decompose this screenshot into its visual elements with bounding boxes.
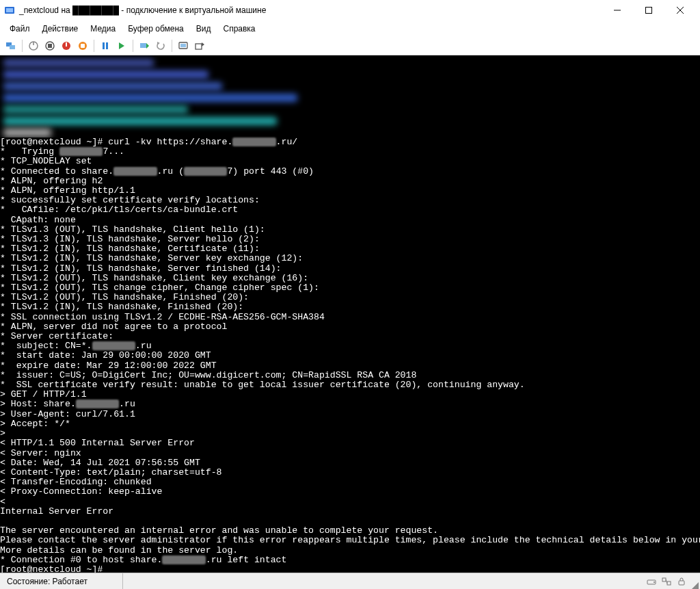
terminal-line: * TCP_NODELAY set [0,157,700,166]
terminal-line: < [0,497,700,507]
menu-media[interactable]: Медиа [85,23,121,35]
svg-rect-15 [81,44,85,48]
terminal-line: * Connected to share.████████.ru (██████… [0,167,700,176]
resize-grip[interactable] [692,582,699,589]
terminal-line: * ALPN, offering http/1.1 [0,186,700,196]
terminal-line: * SSL certificate verify result: unable … [0,380,700,390]
window-titlebar: _nextcloud на ████████ - подключение к в… [0,0,700,21]
terminal-line: * expire date: Mar 29 12:00:00 2022 GMT [0,361,700,371]
maximize-button[interactable] [633,0,664,21]
svg-rect-16 [103,42,105,49]
svg-rect-1 [6,8,13,12]
terminal-line: * TLSv1.2 (IN), TLS handshake, Certifica… [0,244,700,254]
terminal-line: * TLSv1.2 (OUT), TLS handshake, Finished… [0,293,700,302]
terminal-line: * TLSv1.2 (IN), TLS handshake, Finished … [0,302,700,312]
svg-rect-19 [140,43,146,48]
terminal-line: CApath: none [0,215,700,225]
terminal-line: < Date: Wed, 14 Jul 2021 07:56:55 GMT [0,458,700,468]
terminal-line: > Accept: */* [0,419,700,429]
terminal-line: * CAfile: /etc/pki/tls/certs/ca-bundle.c… [0,205,700,215]
terminal-line: < Proxy-Connection: keep-alive [0,487,700,497]
terminal-line: * ALPN, offering h2 [0,176,700,186]
terminal-line: * SSL connection using TLSv1.2 / ECDHE-R… [0,313,700,322]
redacted-text: ████████ [113,166,157,176]
statusbar: Состояние: Работает [0,573,700,589]
svg-marker-20 [146,43,149,49]
save-button[interactable] [76,39,90,53]
enhanced-session-button[interactable] [176,39,190,53]
menu-file[interactable]: Файл [4,23,36,35]
redacted-text: ████████ [162,555,205,565]
terminal-line: * TLSv1.2 (OUT), TLS change cipher, Chan… [0,283,700,293]
terminal-line: * TLSv1.2 (OUT), TLS handshake, Client k… [0,274,700,283]
checkpoint-button[interactable] [137,39,151,53]
terminal-line: Please contact the server administrator … [0,536,700,545]
redacted-text: ████████ [59,146,103,157]
minimize-button[interactable] [602,0,633,21]
disk-icon [644,574,659,589]
terminal-line: [root@nextcloud ~]# curl -kv https://sha… [0,138,700,147]
reset-button[interactable] [115,39,129,53]
terminal-line: * start date: Jan 29 00:00:00 2020 GMT [0,351,700,361]
terminal-line: * issuer: C=US; O=DigiCert Inc; OU=www.d… [0,371,700,380]
terminal-output: [root@nextcloud ~]# curl -kv https://sha… [0,138,700,573]
svg-rect-17 [106,42,108,49]
svg-rect-13 [66,42,67,47]
toolbar-separator [22,40,23,52]
toolbar-separator [133,40,133,52]
terminal-line: * TLSv1.3 (IN), TLS handshake, Server he… [0,235,700,244]
terminal-line: * TLSv1.2 (IN), TLS handshake, Server ke… [0,254,700,263]
network-icon [659,574,674,589]
terminal-line: * Connection #0 to host share.████████.r… [0,555,700,565]
svg-rect-3 [646,8,652,14]
svg-marker-18 [119,42,124,49]
terminal-line: More details can be found in the server … [0,546,700,555]
terminal-line: * TLSv1.3 (OUT), TLS handshake, Client h… [0,225,700,235]
terminal-line: Internal Server Error [0,507,700,516]
terminal-line: * successfully set certificate verify lo… [0,196,700,205]
redacted-text: ████████ [76,399,119,409]
menu-view[interactable]: Вид [191,23,217,35]
terminal-line: [root@nextcloud ~]# [0,565,700,573]
svg-rect-23 [180,44,186,47]
toolbar [0,37,700,55]
menu-clipboard[interactable]: Буфер обмена [122,23,189,35]
menu-help[interactable]: Справка [217,23,260,35]
redacted-text: ████████ [184,166,227,176]
redacted-text: ████████ [232,137,275,147]
turnoff-button[interactable] [43,39,57,53]
menu-action[interactable]: Действие [37,23,84,35]
app-icon [4,5,15,16]
svg-marker-21 [157,42,160,44]
close-button[interactable] [664,0,696,21]
start-button[interactable] [27,39,40,53]
svg-rect-30 [679,581,684,585]
share-button[interactable] [193,39,206,53]
lock-icon [674,574,689,589]
terminal-line: > [0,429,700,439]
svg-rect-28 [662,578,666,581]
toolbar-separator [172,40,172,52]
window-title: _nextcloud на ████████ - подключение к в… [19,5,602,15]
terminal-line: * TLSv1.2 (IN), TLS handshake, Server fi… [0,264,700,274]
terminal-line: The server encountered an internal error… [0,526,700,536]
terminal-line: < Transfer-Encoding: chunked [0,477,700,487]
menubar: Файл Действие Медиа Буфер обмена Вид Спр… [0,21,700,37]
status-text: Состояние: Работает [0,573,123,589]
ctrl-alt-del-button[interactable] [4,39,18,53]
pause-button[interactable] [98,39,112,53]
svg-rect-24 [196,44,202,49]
terminal-line: * Trying ████████7... [0,147,700,157]
revert-button[interactable] [154,39,167,53]
terminal-line: * subject: CN=*.████████.ru [0,341,700,351]
terminal-line [0,516,700,526]
shutdown-button[interactable] [59,39,73,53]
svg-rect-9 [33,42,34,45]
terminal-line: * ALPN, server did not agree to a protoc… [0,322,700,332]
svg-rect-29 [667,581,671,585]
vm-display[interactable]: [root@nextcloud ~]# curl -kv https://sha… [0,55,700,573]
svg-rect-7 [10,45,15,49]
svg-rect-11 [48,44,52,48]
terminal-line: > Host: share.████████.ru [0,400,700,409]
svg-marker-25 [202,42,204,47]
